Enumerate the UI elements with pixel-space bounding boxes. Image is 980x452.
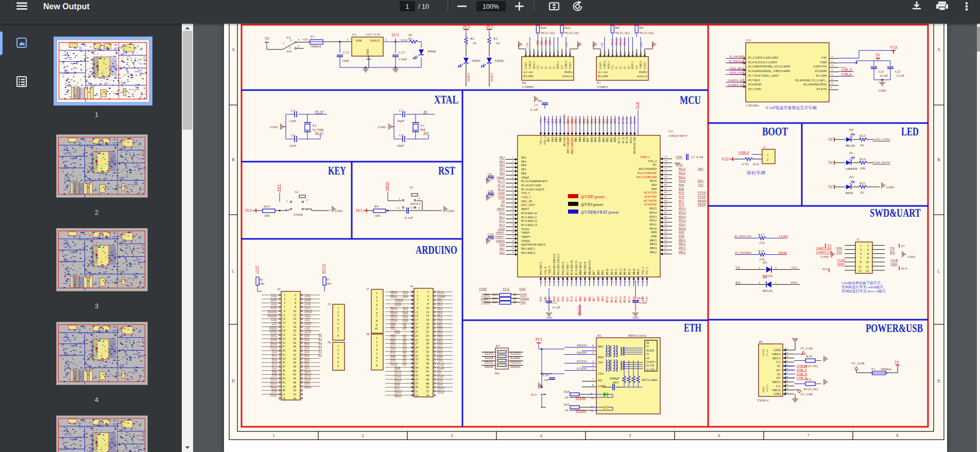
svg-text:2: 2	[295, 293, 296, 297]
svg-text:PC11: PC11	[622, 117, 625, 124]
svg-text:26: 26	[293, 341, 296, 344]
svg-text:PB9: PB9	[555, 118, 558, 124]
svg-text:PA15: PA15	[629, 117, 632, 124]
svg-text:VSS_1: VSS_1	[641, 267, 644, 275]
svg-text:R22: R22	[564, 26, 571, 30]
svg-text:KEY: KEY	[277, 184, 281, 192]
svg-text:39: 39	[415, 366, 418, 369]
svg-text:2KV: 2KV	[612, 380, 619, 384]
svg-text:C3: C3	[534, 103, 538, 107]
svg-text:D4: D4	[763, 275, 767, 280]
svg-text:POWER&USB: POWER&USB	[866, 321, 923, 335]
svg-text:22: 22	[512, 239, 515, 242]
svg-text:VSS_2: VSS_2	[648, 160, 657, 163]
svg-text:1: 1	[592, 367, 594, 370]
svg-text:LED_RUN: LED_RUN	[873, 161, 890, 165]
svg-text:NC: NC	[598, 378, 603, 382]
svg-text:2: 2	[775, 266, 777, 269]
svg-text:Y1: Y1	[420, 124, 425, 128]
svg-text:C4: C4	[553, 301, 557, 304]
svg-text:R16: R16	[753, 162, 759, 166]
svg-text:1K: 1K	[495, 41, 500, 45]
svg-text:B6: B6	[628, 51, 630, 55]
svg-text:GND: GND	[446, 209, 454, 213]
svg-text:PC14: PC14	[315, 110, 323, 114]
svg-text:RFU1: RFU1	[556, 61, 559, 69]
svg-text:R10: R10	[806, 354, 812, 358]
svg-text:500mA: 500mA	[881, 367, 891, 371]
svg-text:PA11/USB1DM: PA11/USB1DM	[637, 176, 657, 179]
svg-text:18: 18	[512, 223, 515, 226]
svg-text:V33: V33	[721, 157, 729, 162]
svg-text:A8: A8	[631, 51, 634, 55]
svg-text:5V: 5V	[828, 185, 833, 189]
svg-text:PC4/ADC14: PC4/ADC14	[570, 260, 573, 275]
svg-text:C46: C46	[488, 189, 494, 193]
svg-text:PC6/RXP: PC6/RXP	[644, 203, 657, 206]
svg-text:A7: A7	[785, 371, 788, 374]
svg-text:3V3: 3V3	[530, 393, 537, 397]
svg-text:GND: GND	[907, 255, 915, 259]
svg-text:60: 60	[664, 215, 667, 218]
svg-text:PA3/ADC3: PA3/ADC3	[539, 262, 542, 275]
svg-text:R9: R9	[639, 26, 644, 30]
svg-text:16: 16	[512, 216, 515, 218]
svg-text:1: 1	[860, 244, 862, 247]
svg-text:PC7: PC7	[679, 199, 684, 202]
svg-text:CC: CC	[560, 65, 563, 69]
svg-text:PE5: PE5	[521, 168, 526, 171]
svg-text:GND: GND	[498, 192, 505, 195]
svg-text:53: 53	[282, 397, 285, 400]
svg-text:43: 43	[615, 280, 617, 283]
svg-text:46: 46	[628, 280, 631, 283]
svg-text:PA1: PA1	[500, 247, 505, 250]
svg-text:4.7K: 4.7K	[742, 162, 749, 166]
svg-text:50: 50	[646, 280, 648, 283]
svg-text:GND: GND	[773, 392, 781, 395]
svg-text:D+: D+	[627, 65, 630, 69]
svg-text:2: 2	[337, 349, 339, 352]
svg-text:A8: A8	[557, 51, 559, 55]
svg-text:PC13/TAMPER-RTC: PC13/TAMPER-RTC	[521, 180, 548, 183]
svg-text:PE6: PE6	[500, 172, 505, 175]
svg-text:XO: XO	[500, 203, 505, 206]
svg-text:P5.1/DP: P5.1/DP	[816, 74, 827, 77]
svg-text:3V3: 3V3	[355, 208, 363, 213]
svg-text:A7: A7	[624, 51, 626, 55]
svg-text:49: 49	[642, 280, 644, 283]
svg-text:PA11: PA11	[619, 39, 622, 45]
svg-text:PD12: PD12	[649, 219, 657, 222]
svg-text:PE0: PE0	[551, 137, 554, 142]
svg-text:PC9: PC9	[679, 191, 684, 194]
svg-text:PA11: PA11	[611, 39, 614, 45]
svg-text:47: 47	[282, 385, 285, 388]
svg-text:USB_P: USB_P	[797, 368, 807, 372]
svg-text:18: 18	[293, 325, 296, 328]
svg-text:A9A12: A9A12	[766, 385, 768, 392]
svg-text:PE0: PE0	[551, 119, 554, 124]
svg-text:20: 20	[426, 326, 429, 329]
svg-text:5: 5	[284, 301, 285, 304]
svg-text:PE13: PE13	[619, 269, 622, 275]
svg-text:D-: D-	[623, 66, 626, 69]
svg-text:PE1: PE1	[547, 119, 550, 124]
svg-text:PD6: PD6	[590, 118, 593, 124]
svg-text:4: 4	[376, 303, 377, 306]
svg-text:USER: USER	[294, 213, 303, 217]
svg-text:VBAT: VBAT	[496, 176, 505, 179]
svg-text:20: 20	[512, 231, 515, 234]
svg-text:VDDA: VDDA	[496, 239, 505, 242]
svg-text:GND: GND	[335, 209, 342, 213]
svg-text:TX1: TX1	[698, 183, 703, 186]
svg-text:CC: CC	[776, 384, 781, 388]
svg-text:15: 15	[282, 321, 285, 324]
svg-text:0.1uF: 0.1uF	[530, 108, 538, 111]
svg-text:3: 3	[376, 344, 377, 347]
svg-text:2: 2	[427, 290, 429, 293]
svg-text:OSC_OUT: OSC_OUT	[521, 203, 535, 206]
svg-text:20: 20	[293, 329, 296, 332]
svg-text:3V3: 3V3	[462, 25, 470, 29]
svg-text:GND: GND	[520, 293, 527, 296]
svg-text:J8: J8	[646, 341, 649, 344]
svg-text:ETXN: ETXN	[698, 191, 707, 194]
